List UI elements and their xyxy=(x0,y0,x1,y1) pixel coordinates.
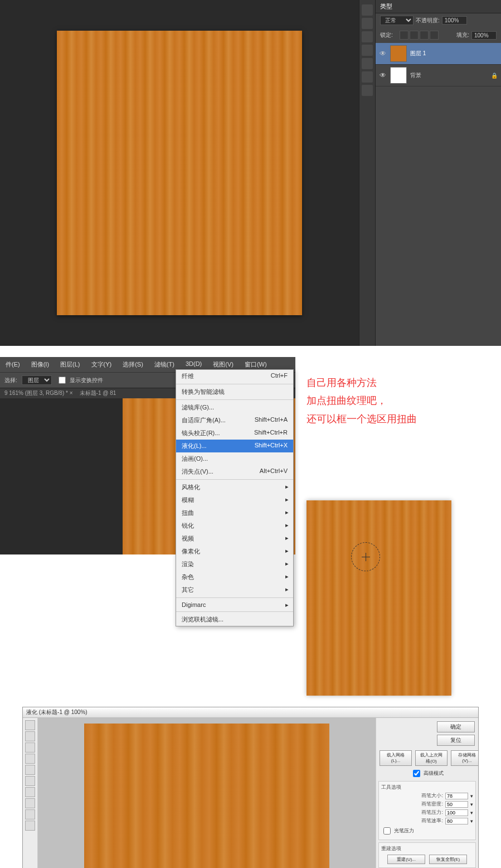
wood-texture-liquify xyxy=(84,724,329,868)
liquify-toolbar xyxy=(23,718,38,868)
tool-options-group: 工具选项 画笔大小:▾ 画笔密度:▾ 画笔压力:▾ 画笔速率:▾ 光笔压力 xyxy=(378,781,476,840)
menu-item[interactable]: 滤镜(T) xyxy=(149,359,180,370)
menu-item[interactable]: 图层(L) xyxy=(55,359,85,370)
lock-pixels-icon[interactable] xyxy=(410,31,419,40)
checkbox[interactable] xyxy=(59,377,66,384)
dropdown-item[interactable]: 其它 xyxy=(176,584,293,596)
freeze-mask-tool-icon[interactable] xyxy=(25,787,35,797)
dropdown-item[interactable]: 风格化 xyxy=(176,481,293,494)
brush-rate-input[interactable] xyxy=(445,818,468,824)
visibility-eye-icon[interactable]: 👁 xyxy=(379,71,387,79)
menu-item[interactable]: 3D(D) xyxy=(180,359,207,370)
tool-icon[interactable] xyxy=(362,85,373,96)
dropdown-item[interactable]: 镜头校正(R)...Shift+Ctrl+R xyxy=(176,427,293,440)
opacity-label: 不透明度: xyxy=(416,17,440,25)
menu-item[interactable]: 视图(V) xyxy=(207,359,239,370)
tool-icon[interactable] xyxy=(362,71,373,83)
zoom-tool-icon[interactable] xyxy=(25,821,35,831)
menu-item[interactable]: 窗口(W) xyxy=(239,359,273,370)
wood-texture-canvas[interactable] xyxy=(57,31,302,315)
bloat-tool-icon[interactable] xyxy=(25,765,35,775)
elliptical-selection xyxy=(351,542,380,571)
dropdown-item[interactable]: 锐化 xyxy=(176,519,293,532)
lock-position-icon[interactable] xyxy=(420,31,429,40)
load-mesh-button[interactable]: 载入网格(L)... xyxy=(380,750,412,766)
dropdown-item[interactable]: 转换为智能滤镜 xyxy=(176,385,293,398)
tool-icon[interactable] xyxy=(362,58,373,69)
menu-item[interactable]: 件(E) xyxy=(0,359,26,370)
dropdown-item[interactable]: 像素化 xyxy=(176,545,293,558)
hand-tool-icon[interactable] xyxy=(25,809,35,819)
brush-size-input[interactable] xyxy=(445,793,468,799)
select-label: 选择: xyxy=(4,377,17,384)
dropdown-item[interactable]: 浏览联机滤镜... xyxy=(176,613,293,626)
liquify-options-panel: 确定 复位 载入网格(L)... 载入上次网格(O) 存储网格(V)... 高级… xyxy=(376,718,478,868)
lock-transparency-icon[interactable] xyxy=(400,31,408,40)
reconstruct-tool-icon[interactable] xyxy=(25,731,35,741)
ok-button[interactable]: 确定 xyxy=(437,721,475,732)
show-transform-check[interactable]: 显示变换控件 xyxy=(56,375,103,385)
tool-icon[interactable] xyxy=(362,45,373,56)
twirl-tool-icon[interactable] xyxy=(25,742,35,753)
brush-density-input[interactable] xyxy=(445,801,468,808)
layer-name: 图层 1 xyxy=(410,50,426,57)
dropdown-item[interactable]: 滤镜库(G)... xyxy=(176,401,293,414)
thaw-mask-tool-icon[interactable] xyxy=(25,798,35,808)
brush-pressure-input[interactable] xyxy=(445,809,468,816)
pucker-tool-icon[interactable] xyxy=(25,754,35,764)
menu-item[interactable]: 选择(S) xyxy=(117,359,149,370)
fill-input[interactable] xyxy=(471,31,497,40)
wood-with-selection xyxy=(307,500,451,696)
dialog-title: 液化 (未标题-1 @ 100%) xyxy=(23,707,478,718)
dropdown-item[interactable]: 纤维Ctrl+F xyxy=(176,370,293,383)
menu-item[interactable]: 图像(I) xyxy=(26,359,55,370)
dropdown-item[interactable]: 自适应广角(A)...Shift+Ctrl+A xyxy=(176,414,293,427)
forward-warp-tool-icon[interactable] xyxy=(25,720,35,730)
tool-icon[interactable] xyxy=(362,31,373,42)
dropdown-item[interactable]: 视频 xyxy=(176,532,293,545)
canvas-area xyxy=(0,0,359,346)
layers-panel: 类型 正常 不透明度: 锁定: 填充: 👁图层 1👁背景🔒 xyxy=(375,0,501,346)
opacity-input[interactable] xyxy=(442,16,467,25)
dropdown-item[interactable]: 油画(O)... xyxy=(176,452,293,465)
visibility-eye-icon[interactable]: 👁 xyxy=(379,50,387,57)
dropdown-item[interactable]: 模糊 xyxy=(176,494,293,507)
save-mesh-button[interactable]: 存储网格(V)... xyxy=(451,750,478,766)
advanced-mode-check[interactable] xyxy=(413,770,420,777)
dropdown-item[interactable]: Digimarc xyxy=(176,599,293,610)
select-target[interactable]: 图层 xyxy=(22,375,52,385)
reconstruct-group: 重建选项 重建(U)... 恢复全部(E) xyxy=(378,842,476,868)
reconstruct-button[interactable]: 重建(U)... xyxy=(387,855,425,864)
cancel-button[interactable]: 复位 xyxy=(437,735,475,746)
tool-icon[interactable] xyxy=(362,4,373,16)
dropdown-item[interactable]: 消失点(V)...Alt+Ctrl+V xyxy=(176,465,293,478)
load-last-mesh-button[interactable]: 载入上次网格(O) xyxy=(415,750,448,766)
red-annotation-text: 自己用各种方法 加点扭曲纹理吧， 还可以框一个选区用扭曲 xyxy=(307,357,451,428)
panel-header: 类型 xyxy=(376,0,501,13)
tool-icon[interactable] xyxy=(362,18,373,29)
document-tab[interactable]: 未标题-1 @ 81 xyxy=(80,389,116,397)
layer-thumbnail[interactable] xyxy=(390,45,407,62)
liquify-dialog: 液化 (未标题-1 @ 100%) 确定 复位 载入网格(L)... xyxy=(22,707,479,868)
dropdown-item[interactable]: 扭曲 xyxy=(176,507,293,519)
stylus-pressure-check[interactable] xyxy=(383,827,391,835)
dropdown-item[interactable]: 液化(L)...Shift+Ctrl+X xyxy=(176,440,293,452)
lock-icon: 🔒 xyxy=(491,73,498,79)
panel-tab-type[interactable]: 类型 xyxy=(380,2,392,11)
menu-item[interactable]: 文字(Y) xyxy=(86,359,118,370)
layer-name: 背景 xyxy=(410,71,421,79)
dropdown-item[interactable]: 杂色 xyxy=(176,571,293,584)
lock-all-icon[interactable] xyxy=(430,31,439,40)
liquify-preview[interactable] xyxy=(38,718,376,868)
layer-thumbnail[interactable] xyxy=(390,67,407,84)
layer-row[interactable]: 👁图层 1 xyxy=(376,43,501,65)
blend-mode-select[interactable]: 正常 xyxy=(380,16,414,25)
document-tab[interactable]: 9 161% (图层 3, RGB/8) * × xyxy=(4,389,73,397)
layer-row[interactable]: 👁背景🔒 xyxy=(376,65,501,86)
lock-label: 锁定: xyxy=(380,31,393,39)
right-tool-strip xyxy=(359,0,375,346)
filter-dropdown-menu: 纤维Ctrl+F转换为智能滤镜滤镜库(G)...自适应广角(A)...Shift… xyxy=(176,369,294,626)
restore-all-button[interactable]: 恢复全部(E) xyxy=(429,855,467,864)
dropdown-item[interactable]: 渲染 xyxy=(176,558,293,571)
push-left-tool-icon[interactable] xyxy=(25,776,35,786)
